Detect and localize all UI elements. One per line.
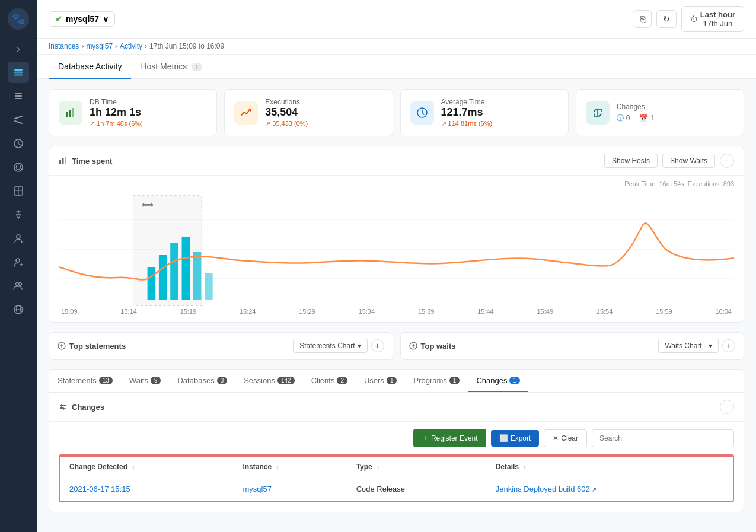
- cell-change-detected: 2021-06-17 15:15: [60, 477, 234, 501]
- top-statements-title: Top statements: [58, 342, 126, 351]
- waits-add-button[interactable]: +: [722, 339, 735, 352]
- sidebar-item-arrows[interactable]: [8, 109, 29, 130]
- tab-programs[interactable]: Programs 1: [405, 370, 468, 392]
- app-logo[interactable]: 🐾: [7, 7, 30, 31]
- breadcrumb-sep-1: ›: [81, 42, 84, 50]
- svg-rect-2: [14, 69, 23, 71]
- sidebar-item-users2[interactable]: [8, 275, 29, 297]
- breadcrumb-timerange: 17th Jun 15:09 to 16:09: [149, 42, 224, 50]
- x-label-4: 15:29: [299, 308, 315, 315]
- executions-title: Executions: [265, 98, 382, 106]
- changes-table: Change Detected ↕ Instance ↕ Type ↕: [60, 455, 733, 501]
- waits-icon: [409, 342, 417, 350]
- changes-calendar-count: 📅 1: [639, 113, 655, 123]
- metric-card-executions: Executions 35,504 ↗ 35,433 (0%): [224, 89, 393, 136]
- copy-button[interactable]: ⎘: [634, 10, 652, 28]
- tab-host-metrics[interactable]: Host Metrics 1: [131, 55, 212, 79]
- chart-body: Peak Time: 16m 54s, Executions: 893 ⟺: [49, 176, 744, 322]
- waits-chart-dropdown[interactable]: Waits Chart - ▾: [658, 339, 719, 353]
- avg-time-info: Average Time 121.7ms ↗ 114.81ms (6%): [441, 98, 559, 128]
- svg-rect-34: [148, 267, 156, 300]
- breadcrumb: Instances › mysql57 › Activity › 17th Ju…: [37, 39, 756, 55]
- sidebar-item-globe[interactable]: [8, 299, 29, 320]
- search-input[interactable]: [592, 429, 734, 447]
- export-button[interactable]: ⬜ Export: [491, 430, 540, 447]
- tab-clients[interactable]: Clients 2: [303, 370, 356, 392]
- cell-instance: mysql57: [234, 477, 347, 501]
- executions-info: Executions 35,504 ↗ 35,433 (0%): [265, 98, 382, 128]
- sidebar-item-coins[interactable]: [8, 157, 29, 178]
- tab-changes[interactable]: Changes 1: [468, 370, 528, 392]
- changes-counts: ⓘ 0 📅 1: [617, 113, 734, 123]
- x-label-7: 15:44: [477, 308, 494, 315]
- svg-point-17: [19, 283, 22, 286]
- main-content: ✔ mysql57 ∨ ⎘ ↻ ⏱ Last hour17th Jun Inst…: [37, 0, 756, 532]
- sidebar-item-user-plus[interactable]: [8, 251, 29, 273]
- refresh-icon: ↻: [663, 14, 670, 24]
- svg-rect-28: [65, 157, 66, 164]
- svg-point-10: [16, 165, 21, 170]
- changes-collapse-button[interactable]: −: [720, 400, 734, 414]
- data-tabs: Statements 13 Waits 9 Databases 3 Sessio…: [49, 370, 744, 393]
- cell-details: Jenkins Deployed build 602 ↗: [486, 477, 733, 501]
- db-time-value: 1h 12m 1s: [90, 106, 207, 119]
- tab-users[interactable]: Users 1: [356, 370, 406, 392]
- top-waits-section: Top waits Waits Chart - ▾ +: [400, 332, 745, 360]
- chart-collapse-button[interactable]: −: [720, 154, 734, 168]
- show-waits-button[interactable]: Show Waits: [662, 154, 715, 168]
- sort-instance-icon: ↕: [276, 464, 279, 470]
- statements-add-button[interactable]: +: [371, 339, 384, 352]
- col-change-detected[interactable]: Change Detected ↕: [60, 456, 234, 477]
- tab-waits[interactable]: Waits 9: [121, 370, 170, 392]
- details-link[interactable]: Jenkins Deployed build 602 ↗: [496, 485, 597, 493]
- clock-icon: ⏱: [690, 15, 698, 24]
- sidebar-item-list[interactable]: [8, 85, 29, 107]
- executions-sub: ↗ 35,433 (0%): [265, 120, 382, 128]
- x-label-0: 15:09: [61, 308, 78, 315]
- waits-chevron-down-icon: ▾: [709, 342, 712, 350]
- statements-chart-dropdown[interactable]: Statements Chart ▾: [293, 339, 367, 353]
- svg-point-9: [14, 163, 23, 171]
- sidebar-item-clock[interactable]: [8, 133, 29, 154]
- instance-link[interactable]: mysql57: [243, 485, 272, 493]
- tab-database-activity[interactable]: Database Activity: [49, 55, 131, 79]
- sort-details-icon: ↕: [523, 464, 526, 470]
- changes-title: Changes: [617, 103, 734, 111]
- sort-type-icon: ↕: [377, 464, 379, 470]
- top-statements-controls: Statements Chart ▾ +: [293, 339, 384, 353]
- tab-sessions[interactable]: Sessions 142: [235, 370, 302, 392]
- refresh-button[interactable]: ↻: [656, 10, 677, 28]
- header-left: ✔ mysql57 ∨: [49, 11, 115, 27]
- register-event-button[interactable]: ＋ Register Event: [413, 429, 486, 447]
- col-instance[interactable]: Instance ↕: [234, 456, 347, 477]
- col-details[interactable]: Details ↕: [486, 456, 733, 477]
- dropdown-chevron-icon: ∨: [103, 14, 109, 24]
- col-type[interactable]: Type ↕: [347, 456, 486, 477]
- sidebar-item-database[interactable]: [8, 62, 29, 83]
- instance-selector[interactable]: ✔ mysql57 ∨: [49, 11, 115, 27]
- clear-button[interactable]: ✕ Clear: [544, 429, 587, 447]
- svg-rect-38: [193, 252, 202, 300]
- sidebar-item-table[interactable]: [8, 180, 29, 202]
- sidebar-item-plug[interactable]: [8, 204, 29, 225]
- statements-tab-badge: 13: [99, 377, 113, 384]
- tab-statements[interactable]: Statements 13: [49, 370, 121, 392]
- time-range-button[interactable]: ⏱ Last hour17th Jun: [681, 6, 744, 32]
- calendar-icon: 📅: [639, 114, 648, 122]
- svg-rect-32: [133, 196, 202, 305]
- sidebar-item-users-group[interactable]: [8, 228, 29, 249]
- chart-controls: Show Hosts Show Waits −: [604, 154, 734, 168]
- breadcrumb-activity[interactable]: Activity: [120, 42, 142, 50]
- change-detected-link[interactable]: 2021-06-17 15:15: [69, 485, 130, 493]
- instance-name: mysql57: [66, 14, 99, 24]
- x-label-2: 15:19: [180, 308, 197, 315]
- metric-cards: DB Time 1h 12m 1s ↗ 1h 7m 48s (6%) Execu…: [49, 89, 744, 136]
- breadcrumb-mysql57[interactable]: mysql57: [86, 42, 113, 50]
- tab-databases[interactable]: Databases 3: [169, 370, 235, 392]
- breadcrumb-instances[interactable]: Instances: [49, 42, 79, 50]
- changes-info: Changes ⓘ 0 📅 1: [617, 103, 734, 123]
- sidebar-chevron-icon[interactable]: ›: [8, 38, 29, 59]
- svg-rect-21: [66, 112, 68, 117]
- show-hosts-button[interactable]: Show Hosts: [604, 154, 658, 168]
- chart-svg: ⟺ 15:09 15:14: [59, 190, 734, 315]
